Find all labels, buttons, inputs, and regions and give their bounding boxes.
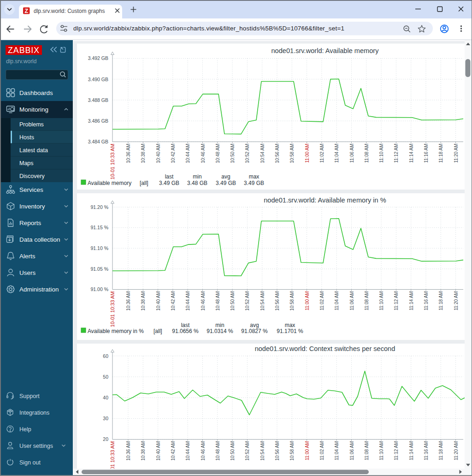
svg-text:10:52 AM: 10:52 AM bbox=[245, 292, 250, 311]
svg-text:min: min bbox=[215, 322, 224, 328]
svg-text:91.05 %: 91.05 % bbox=[90, 266, 108, 272]
svg-text:10:36 AM: 10:36 AM bbox=[126, 144, 131, 163]
svg-text:10:52 AM: 10:52 AM bbox=[245, 144, 250, 163]
svg-text:node01.srv.world: Available me: node01.srv.world: Available memory in % bbox=[264, 196, 386, 204]
svg-text:91.15 %: 91.15 % bbox=[90, 225, 108, 230]
svg-text:11:16 AM: 11:16 AM bbox=[424, 441, 429, 461]
svg-text:11:10 AM: 11:10 AM bbox=[379, 292, 384, 311]
svg-text:node01.srv.world: Context swit: node01.srv.world: Context switches per s… bbox=[255, 345, 395, 352]
svg-text:Available memory in %: Available memory in % bbox=[88, 328, 144, 334]
svg-text:Latest data: Latest data bbox=[19, 147, 48, 154]
svg-text:10:48 AM: 10:48 AM bbox=[215, 292, 220, 311]
svg-text:3.49 GB: 3.49 GB bbox=[159, 180, 179, 186]
svg-text:11:18 AM: 11:18 AM bbox=[438, 292, 443, 311]
svg-text:node01.srv.world: Available me: node01.srv.world: Available memory bbox=[271, 47, 379, 54]
svg-text:3.484 GB: 3.484 GB bbox=[88, 139, 108, 144]
svg-text:[all]: [all] bbox=[140, 180, 148, 186]
svg-text:Reports: Reports bbox=[19, 220, 41, 226]
svg-text:10:42 AM: 10:42 AM bbox=[171, 144, 176, 163]
svg-text:Hosts: Hosts bbox=[19, 134, 34, 141]
svg-text:10:40 AM: 10:40 AM bbox=[156, 144, 161, 163]
svg-text:10:52 AM: 10:52 AM bbox=[245, 441, 250, 461]
svg-text:dlp.srv.world/zabbix/zabbix.ph: dlp.srv.world/zabbix/zabbix.php?action=c… bbox=[73, 25, 344, 32]
svg-text:10:50 AM: 10:50 AM bbox=[230, 144, 235, 163]
svg-text:10:56 AM: 10:56 AM bbox=[275, 441, 280, 461]
svg-text:11:20 AM: 11:20 AM bbox=[454, 441, 459, 461]
svg-text:10:58 AM: 10:58 AM bbox=[289, 292, 295, 311]
svg-text:91.00 %: 91.00 % bbox=[90, 286, 108, 292]
svg-text:Users: Users bbox=[19, 269, 36, 276]
svg-text:10-01 10:33 AM: 10-01 10:33 AM bbox=[110, 144, 115, 180]
svg-text:11:00 AM: 11:00 AM bbox=[305, 143, 310, 163]
svg-text:11:12 AM: 11:12 AM bbox=[394, 292, 399, 311]
svg-text:avg: avg bbox=[221, 173, 230, 180]
svg-text:11:04 AM: 11:04 AM bbox=[334, 144, 339, 163]
svg-text:10:44 AM: 10:44 AM bbox=[185, 292, 190, 311]
svg-text:10:38 AM: 10:38 AM bbox=[141, 292, 146, 311]
svg-text:Alerts: Alerts bbox=[19, 253, 35, 260]
svg-text:11:16 AM: 11:16 AM bbox=[424, 144, 429, 163]
svg-text:91.0314 %: 91.0314 % bbox=[206, 328, 233, 334]
svg-text:10:58 AM: 10:58 AM bbox=[289, 144, 295, 163]
svg-text:3.492 GB: 3.492 GB bbox=[88, 55, 108, 61]
svg-text:3.48 GB: 3.48 GB bbox=[187, 180, 207, 186]
svg-text:Support: Support bbox=[19, 393, 40, 399]
svg-text:10:40 AM: 10:40 AM bbox=[156, 292, 161, 311]
svg-text:10:38 AM: 10:38 AM bbox=[141, 441, 146, 461]
svg-text:Sign out: Sign out bbox=[19, 459, 41, 466]
svg-text:10:48 AM: 10:48 AM bbox=[215, 144, 220, 163]
svg-text:Data collection: Data collection bbox=[19, 236, 60, 243]
svg-text:10:58 AM: 10:58 AM bbox=[289, 441, 295, 461]
svg-text:60: 60 bbox=[103, 353, 108, 359]
svg-text:10:44 AM: 10:44 AM bbox=[185, 144, 190, 163]
svg-text:10:46 AM: 10:46 AM bbox=[201, 292, 206, 311]
svg-text:11:10 AM: 11:10 AM bbox=[379, 144, 384, 163]
svg-text:10:54 AM: 10:54 AM bbox=[260, 292, 265, 311]
svg-text:Available memory: Available memory bbox=[88, 180, 131, 186]
svg-text:11:08 AM: 11:08 AM bbox=[364, 292, 369, 311]
svg-text:11:06 AM: 11:06 AM bbox=[349, 144, 354, 163]
svg-text:11:18 AM: 11:18 AM bbox=[438, 144, 443, 163]
svg-text:10-01 10:33 AM: 10-01 10:33 AM bbox=[110, 292, 115, 327]
svg-text:10:50 AM: 10:50 AM bbox=[230, 292, 235, 311]
svg-text:10:56 AM: 10:56 AM bbox=[275, 144, 280, 163]
svg-text:Dashboards: Dashboards bbox=[19, 89, 53, 96]
svg-text:11:06 AM: 11:06 AM bbox=[349, 441, 354, 461]
svg-text:10:42 AM: 10:42 AM bbox=[171, 441, 176, 461]
svg-text:10:36 AM: 10:36 AM bbox=[126, 441, 131, 461]
svg-text:11:08 AM: 11:08 AM bbox=[364, 441, 369, 461]
svg-text:11:02 AM: 11:02 AM bbox=[319, 441, 324, 461]
svg-text:91.20 %: 91.20 % bbox=[90, 204, 108, 210]
svg-text:avg: avg bbox=[250, 322, 259, 328]
svg-text:10:46 AM: 10:46 AM bbox=[201, 441, 206, 461]
svg-text:11:00 AM: 11:00 AM bbox=[305, 441, 310, 461]
svg-text:30: 30 bbox=[103, 416, 108, 421]
svg-text:11:08 AM: 11:08 AM bbox=[364, 144, 369, 163]
svg-text:10:56 AM: 10:56 AM bbox=[275, 292, 280, 311]
svg-text:91.1701 %: 91.1701 % bbox=[277, 328, 303, 334]
svg-text:91.0827 %: 91.0827 % bbox=[241, 328, 268, 334]
svg-text:11:18 AM: 11:18 AM bbox=[438, 441, 443, 461]
svg-text:Z: Z bbox=[24, 8, 28, 14]
svg-text:3.49 GB: 3.49 GB bbox=[244, 180, 264, 186]
svg-text:10:46 AM: 10:46 AM bbox=[201, 144, 206, 163]
svg-text:Discovery: Discovery bbox=[19, 173, 45, 179]
svg-text:max: max bbox=[249, 173, 260, 180]
svg-text:Administration: Administration bbox=[19, 286, 59, 293]
svg-text:11:14 AM: 11:14 AM bbox=[409, 292, 414, 311]
svg-text:10:50 AM: 10:50 AM bbox=[230, 441, 235, 461]
svg-text:11:12 AM: 11:12 AM bbox=[394, 144, 399, 163]
svg-text:Problems: Problems bbox=[19, 121, 44, 128]
svg-text:min: min bbox=[193, 173, 201, 180]
svg-text:last: last bbox=[165, 173, 174, 180]
svg-text:[all]: [all] bbox=[153, 328, 162, 334]
svg-text:11:04 AM: 11:04 AM bbox=[334, 292, 339, 311]
svg-text:11:14 AM: 11:14 AM bbox=[409, 144, 414, 163]
svg-text:11:16 AM: 11:16 AM bbox=[424, 292, 429, 311]
svg-text:Monitoring: Monitoring bbox=[19, 106, 48, 113]
svg-text:ZABBIX: ZABBIX bbox=[8, 46, 40, 55]
svg-text:10:54 AM: 10:54 AM bbox=[260, 144, 265, 163]
svg-text:3.490 GB: 3.490 GB bbox=[88, 77, 108, 82]
svg-text:11:20 AM: 11:20 AM bbox=[454, 144, 459, 163]
svg-text:11:20 AM: 11:20 AM bbox=[454, 292, 459, 311]
